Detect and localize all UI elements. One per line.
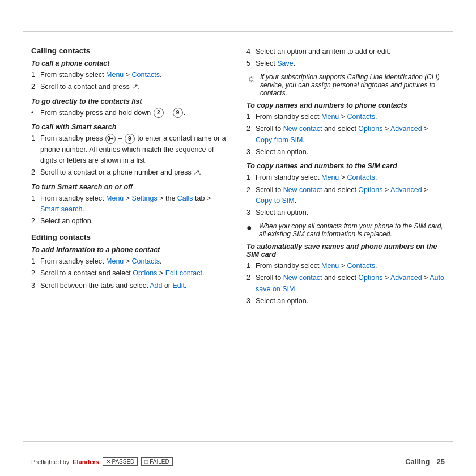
- content-area: Calling contacts To call a phone contact…: [31, 35, 445, 439]
- add-info-list: 1 From standby select Menu > Contacts. 2…: [31, 256, 230, 291]
- list-item: 4 Select an option and an item to add or…: [246, 46, 445, 57]
- call-phone-contact-list: 1 From standby select Menu > Contacts. 2…: [31, 70, 230, 93]
- list-item: 2 Scroll to a contact or a phone number …: [31, 167, 230, 178]
- footer-right: Calling 25: [405, 457, 445, 466]
- list-item: 2 Scroll to a contact and press ↗.: [31, 82, 230, 92]
- calling-contacts-heading: Calling contacts: [31, 46, 230, 55]
- list-item: 3 Select an option.: [246, 296, 445, 307]
- list-item: 1 From standby select Menu > Contacts.: [246, 112, 445, 122]
- go-directly-heading: To go directly to the contacts list: [31, 97, 230, 105]
- list-item: 2 Select an option.: [31, 216, 230, 227]
- note-icon: ●: [246, 222, 254, 233]
- list-item: 2 Scroll to New contact and select Optio…: [246, 273, 445, 295]
- smart-search-heading: To call with Smart search: [31, 123, 230, 131]
- note-box: ● When you copy all contacts from your p…: [246, 222, 445, 238]
- list-item: 1 From standby select Menu > Contacts.: [246, 172, 445, 183]
- footer-calling-label: Calling: [405, 457, 430, 466]
- call-phone-contact-heading: To call a phone contact: [31, 60, 230, 67]
- preflighted-label: Preflighted by: [31, 458, 69, 465]
- smart-search-list: 1 From standby press 0+ – 9 to enter a c…: [31, 133, 230, 178]
- top-margin-line: [23, 31, 453, 32]
- copy-names-numbers-phone-list: 1 From standby select Menu > Contacts. 2…: [246, 112, 445, 158]
- go-directly-list: • From standby press and hold down 2 – 9…: [31, 108, 230, 118]
- footer: Preflighted by Elanders ✕ PASSED □ FAILE…: [0, 457, 476, 466]
- copy-names-numbers-sim-list: 1 From standby select Menu > Contacts. 2…: [246, 172, 445, 219]
- passed-badge: ✕ PASSED: [103, 457, 138, 466]
- list-item: 3 Select an option.: [246, 207, 445, 218]
- list-item: 3 Scroll between the tabs and select Add…: [31, 280, 230, 291]
- cont-list: 4 Select an option and an item to add or…: [246, 46, 445, 70]
- list-item: 2 Scroll to New contact and select Optio…: [246, 185, 445, 207]
- list-item: 1 From standby press 0+ – 9 to enter a c…: [31, 133, 230, 166]
- smart-search-on-off-heading: To turn Smart search on or off: [31, 183, 230, 191]
- elanders-logo: Elanders: [73, 458, 99, 465]
- footer-page-number: 25: [437, 457, 445, 466]
- footer-left: Preflighted by Elanders ✕ PASSED □ FAILE…: [31, 457, 173, 466]
- list-item: 3 Select an option.: [246, 147, 445, 158]
- auto-save-heading: To automatically save names and phone nu…: [246, 243, 445, 258]
- list-item: 2 Scroll to a contact and select Options…: [31, 268, 230, 279]
- copy-names-numbers-sim-heading: To copy names and numbers to the SIM car…: [246, 162, 445, 170]
- add-info-heading: To add information to a phone contact: [31, 246, 230, 254]
- tip-box: ☼ If your subscription supports Calling …: [246, 73, 445, 97]
- tip-sun-icon: ☼: [246, 73, 256, 83]
- editing-contacts-heading: Editing contacts: [31, 233, 230, 241]
- auto-save-list: 1 From standby select Menu > Contacts. 2…: [246, 261, 445, 307]
- list-item: 1 From standby select Menu > Contacts.: [31, 256, 230, 267]
- right-column: 4 Select an option and an item to add or…: [246, 35, 445, 439]
- list-item: 1 From standby select Menu > Contacts.: [31, 70, 230, 80]
- page: Calling contacts To call a phone contact…: [0, 0, 476, 476]
- list-item: 5 Select Save.: [246, 58, 445, 69]
- list-item: 1 From standby select Menu > Settings > …: [31, 193, 230, 215]
- smart-search-on-off-list: 1 From standby select Menu > Settings > …: [31, 193, 230, 227]
- list-item: 2 Scroll to New contact and select Optio…: [246, 124, 445, 146]
- list-item: 1 From standby select Menu > Contacts.: [246, 261, 445, 271]
- copy-names-numbers-phone-heading: To copy names and numbers to phone conta…: [246, 101, 445, 109]
- bottom-margin-line: [23, 441, 453, 442]
- failed-badge: □ FAILED: [141, 457, 172, 466]
- list-item: • From standby press and hold down 2 – 9…: [31, 108, 230, 118]
- left-column: Calling contacts To call a phone contact…: [31, 35, 230, 439]
